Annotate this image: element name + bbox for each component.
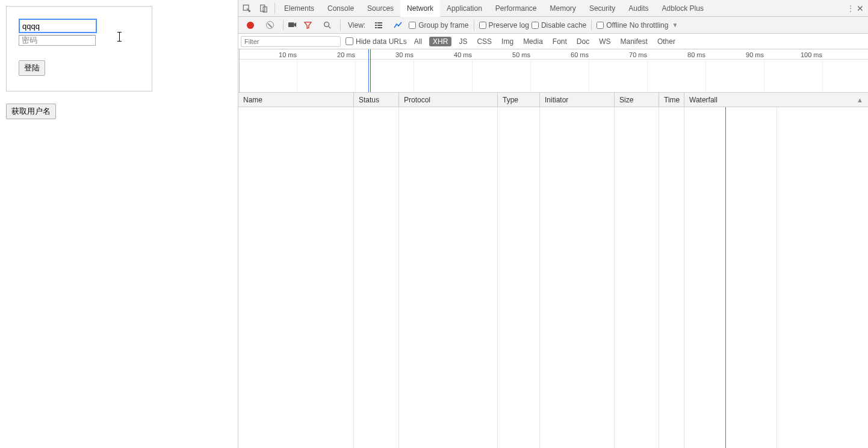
tab-application[interactable]: Application [440, 0, 489, 17]
col-type[interactable]: Type [498, 93, 540, 107]
col-status[interactable]: Status [354, 93, 399, 107]
svg-rect-3 [288, 22, 294, 27]
filter-other[interactable]: Other [655, 37, 678, 46]
page-content: 登陆 获取用户名 [0, 0, 238, 448]
group-by-frame-checkbox[interactable]: Group by frame [409, 21, 468, 30]
waterfall-area [684, 107, 868, 448]
large-rows-icon[interactable] [370, 17, 387, 34]
text-cursor-icon [119, 32, 120, 42]
clear-icon[interactable] [261, 17, 278, 34]
col-size[interactable]: Size [615, 93, 659, 107]
svg-rect-10 [377, 27, 382, 28]
filter-js[interactable]: JS [456, 37, 470, 46]
inspect-icon[interactable] [238, 0, 255, 17]
record-icon[interactable] [242, 17, 259, 34]
username-input[interactable] [19, 19, 97, 33]
sort-asc-icon: ▲ [857, 96, 863, 104]
svg-rect-9 [375, 27, 377, 28]
waterfall-dcl-line [725, 107, 726, 448]
view-label: View: [348, 21, 365, 30]
svg-rect-5 [375, 22, 377, 23]
load-marker [370, 49, 371, 92]
kebab-menu-icon[interactable]: ⋮ [845, 4, 856, 13]
device-toggle-icon[interactable] [255, 0, 272, 17]
tab-elements[interactable]: Elements [277, 0, 321, 17]
tick-label: 90 ms [746, 51, 764, 58]
filter-input[interactable] [241, 36, 341, 47]
tick-label: 100 ms [801, 51, 822, 58]
network-table-body [238, 107, 868, 448]
disable-cache-label: Disable cache [541, 21, 586, 30]
tab-console[interactable]: Console [321, 0, 361, 17]
tab-sources[interactable]: Sources [361, 0, 400, 17]
filter-doc[interactable]: Doc [574, 37, 592, 46]
throttling-select[interactable]: No throttling ▼ [630, 21, 678, 30]
svg-rect-1 [261, 5, 265, 11]
tick-label: 20 ms [337, 51, 355, 58]
devtools-panel: Elements Console Sources Network Applica… [238, 0, 868, 448]
filter-img[interactable]: Img [499, 37, 516, 46]
filter-font[interactable]: Font [550, 37, 569, 46]
tab-audits[interactable]: Audits [622, 0, 655, 17]
svg-rect-8 [377, 25, 382, 26]
tick-label: 40 ms [454, 51, 472, 58]
filter-ws[interactable]: WS [597, 37, 613, 46]
tick-label: 60 ms [571, 51, 589, 58]
network-table-header: Name Status Protocol Type Initiator Size… [238, 93, 868, 107]
col-time[interactable]: Time [659, 93, 684, 107]
col-initiator[interactable]: Initiator [540, 93, 615, 107]
tick-label: 70 ms [629, 51, 647, 58]
get-username-button[interactable]: 获取用户名 [6, 104, 56, 119]
chevron-down-icon: ▼ [672, 22, 678, 28]
tab-performance[interactable]: Performance [489, 0, 544, 17]
filter-manifest[interactable]: Manifest [618, 37, 650, 46]
close-icon[interactable]: ✕ [856, 4, 868, 13]
network-filter-bar: Hide data URLs All XHR JS CSS Img Media … [238, 34, 868, 49]
preserve-log-checkbox[interactable]: Preserve log [479, 21, 529, 30]
filter-xhr[interactable]: XHR [429, 37, 451, 46]
offline-checkbox[interactable]: Offline [597, 21, 627, 30]
filter-icon[interactable] [299, 17, 316, 34]
tick-label: 30 ms [395, 51, 414, 58]
filter-media[interactable]: Media [521, 37, 545, 46]
col-protocol[interactable]: Protocol [399, 93, 498, 107]
hide-data-urls-label: Hide data URLs [356, 37, 407, 46]
waterfall-view-icon[interactable] [389, 17, 406, 34]
tab-security[interactable]: Security [583, 0, 622, 17]
col-waterfall[interactable]: Waterfall▲ [684, 93, 868, 107]
preserve-log-label: Preserve log [489, 21, 529, 30]
timeline-overview[interactable]: 10 ms 20 ms 30 ms 40 ms 50 ms 60 ms 70 m… [238, 49, 868, 93]
password-input[interactable] [19, 35, 96, 46]
login-button[interactable]: 登陆 [19, 60, 45, 76]
tick-label: 80 ms [687, 51, 705, 58]
devtools-tabs: Elements Console Sources Network Applica… [238, 0, 868, 17]
svg-point-4 [324, 22, 329, 27]
tick-label: 10 ms [279, 51, 297, 58]
filter-css[interactable]: CSS [474, 37, 494, 46]
col-name[interactable]: Name [238, 93, 354, 107]
screenshot-icon[interactable] [288, 22, 297, 28]
domcontentloaded-marker [368, 49, 369, 92]
offline-label: Offline [606, 21, 627, 30]
hide-data-urls-checkbox[interactable]: Hide data URLs [346, 37, 407, 46]
tick-label: 50 ms [512, 51, 530, 58]
network-toolbar: View: Group by frame Preserve log Disabl… [238, 17, 868, 34]
throttling-label: No throttling [630, 21, 669, 30]
tab-network[interactable]: Network [400, 0, 440, 17]
group-by-frame-label: Group by frame [418, 21, 468, 30]
svg-rect-7 [375, 25, 377, 26]
search-icon[interactable] [318, 17, 335, 34]
filter-all[interactable]: All [412, 37, 424, 46]
svg-rect-6 [377, 22, 382, 23]
tab-adblock[interactable]: Adblock Plus [656, 0, 710, 17]
tab-memory[interactable]: Memory [544, 0, 583, 17]
disable-cache-checkbox[interactable]: Disable cache [532, 21, 586, 30]
login-form: 登陆 [6, 6, 152, 92]
